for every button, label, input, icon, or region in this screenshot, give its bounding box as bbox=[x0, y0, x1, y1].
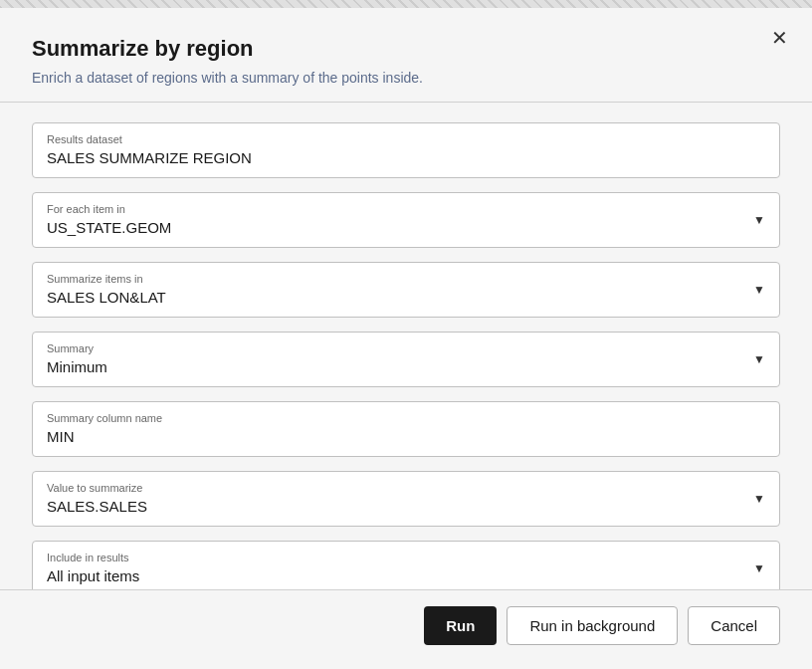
value-to-summarize-value: SALES.SALES bbox=[47, 498, 147, 515]
top-bar-decoration bbox=[0, 0, 812, 8]
for-each-item-field[interactable]: For each item in US_STATE.GEOM ▼ bbox=[32, 192, 780, 248]
value-to-summarize-label: Value to summarize bbox=[47, 482, 745, 494]
summarize-items-value: SALES LON&LAT bbox=[47, 289, 166, 306]
summary-value: Minimum bbox=[47, 358, 107, 375]
value-to-summarize-content: Value to summarize SALES.SALES bbox=[47, 482, 745, 516]
cancel-button[interactable]: Cancel bbox=[688, 606, 780, 645]
summary-column-name-field: Summary column name bbox=[32, 401, 780, 457]
summarize-items-label: Summarize items in bbox=[47, 273, 745, 285]
summary-column-name-input[interactable] bbox=[47, 428, 765, 445]
dialog-container: Summarize by region Enrich a dataset of … bbox=[0, 0, 812, 669]
results-dataset-input[interactable] bbox=[47, 149, 765, 166]
for-each-item-value: US_STATE.GEOM bbox=[47, 219, 171, 236]
summarize-items-content: Summarize items in SALES LON&LAT bbox=[47, 273, 745, 307]
run-button[interactable]: Run bbox=[424, 606, 497, 645]
results-dataset-field: Results dataset bbox=[32, 122, 780, 178]
summarize-items-dropdown-icon: ▼ bbox=[753, 283, 765, 297]
close-button[interactable]: ✕ bbox=[771, 28, 788, 48]
run-background-button[interactable]: Run in background bbox=[507, 606, 678, 645]
dialog-subtitle: Enrich a dataset of regions with a summa… bbox=[32, 70, 780, 86]
include-in-results-content: Include in results All input items bbox=[47, 552, 745, 585]
summarize-items-field[interactable]: Summarize items in SALES LON&LAT ▼ bbox=[32, 262, 780, 318]
dialog-header: Summarize by region Enrich a dataset of … bbox=[0, 8, 812, 103]
summary-field[interactable]: Summary Minimum ▼ bbox=[32, 332, 780, 387]
include-in-results-dropdown-icon: ▼ bbox=[753, 561, 765, 575]
dialog-title: Summarize by region bbox=[32, 36, 780, 62]
summary-dropdown-icon: ▼ bbox=[753, 352, 765, 366]
include-in-results-field[interactable]: Include in results All input items ▼ bbox=[32, 541, 780, 589]
value-to-summarize-dropdown-icon: ▼ bbox=[753, 492, 765, 506]
summary-content: Summary Minimum bbox=[47, 342, 745, 376]
value-to-summarize-field[interactable]: Value to summarize SALES.SALES ▼ bbox=[32, 471, 780, 527]
for-each-item-dropdown-icon: ▼ bbox=[753, 213, 765, 227]
summary-label: Summary bbox=[47, 342, 745, 354]
for-each-item-content: For each item in US_STATE.GEOM bbox=[47, 203, 745, 237]
for-each-item-label: For each item in bbox=[47, 203, 745, 215]
summary-column-name-label: Summary column name bbox=[47, 412, 765, 424]
include-in-results-value: All input items bbox=[47, 567, 139, 584]
results-dataset-label: Results dataset bbox=[47, 133, 765, 145]
dialog-body: Results dataset For each item in US_STAT… bbox=[0, 103, 812, 589]
include-in-results-label: Include in results bbox=[47, 552, 745, 563]
dialog-footer: Run Run in background Cancel bbox=[0, 589, 812, 669]
